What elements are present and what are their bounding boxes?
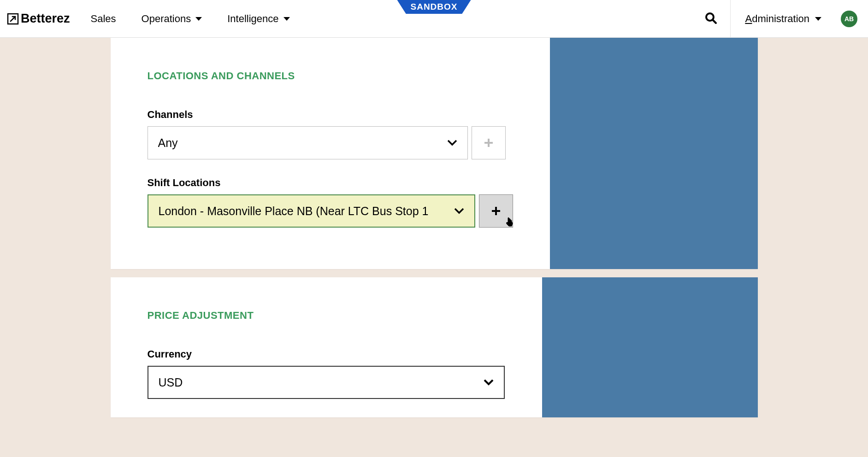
card-side-panel — [542, 277, 758, 417]
section-title-price: PRICE ADJUSTMENT — [148, 310, 505, 322]
brand-logo[interactable]: Betterez — [7, 12, 70, 26]
nav-sales-label: Sales — [91, 13, 116, 25]
locations-channels-card: LOCATIONS AND CHANNELS Channels Any — [111, 38, 758, 269]
nav-intelligence[interactable]: Intelligence — [227, 13, 289, 25]
avatar-initials: AB — [844, 15, 854, 23]
nav-administration[interactable]: Administration — [731, 13, 836, 25]
card-body: LOCATIONS AND CHANNELS Channels Any — [111, 38, 550, 269]
chevron-down-icon — [815, 17, 821, 21]
chevron-down-icon — [447, 140, 457, 146]
price-adjustment-card: PRICE ADJUSTMENT Currency USD — [111, 277, 758, 417]
chevron-down-icon — [283, 17, 290, 21]
channels-label: Channels — [148, 109, 513, 121]
shift-locations-value: London - Masonville Place NB (Near LTC B… — [159, 205, 454, 218]
brand-name: Betterez — [21, 12, 70, 26]
shift-locations-label: Shift Locations — [148, 177, 513, 189]
add-shift-location-button[interactable] — [479, 194, 513, 228]
sandbox-banner: SANDBOX — [397, 0, 471, 14]
card-side-panel — [550, 38, 758, 269]
avatar[interactable]: AB — [841, 11, 857, 27]
shift-locations-select[interactable]: London - Masonville Place NB (Near LTC B… — [148, 194, 475, 228]
logo-arrow-icon — [7, 13, 19, 25]
currency-select[interactable]: USD — [148, 366, 505, 399]
nav-sales[interactable]: Sales — [91, 13, 116, 25]
currency-value: USD — [159, 376, 484, 389]
section-title-locations: LOCATIONS AND CHANNELS — [148, 70, 513, 82]
chevron-down-icon — [484, 379, 494, 386]
admin-label: Administration — [745, 13, 809, 25]
currency-label: Currency — [148, 348, 505, 360]
page-content: LOCATIONS AND CHANNELS Channels Any — [0, 38, 868, 417]
cursor-pointer-icon — [505, 217, 514, 229]
chevron-down-icon — [195, 17, 202, 21]
channels-field: Channels Any — [148, 109, 513, 159]
currency-field: Currency USD — [148, 348, 505, 399]
main-nav: Sales Operations Intelligence — [91, 13, 290, 25]
sandbox-label: SANDBOX — [410, 2, 457, 12]
search-icon[interactable] — [691, 12, 730, 26]
header-right: Administration AB — [691, 0, 861, 38]
card-body: PRICE ADJUSTMENT Currency USD — [111, 277, 542, 417]
nav-intelligence-label: Intelligence — [227, 13, 278, 25]
channels-select[interactable]: Any — [148, 126, 468, 159]
add-channel-button[interactable] — [472, 126, 506, 159]
top-header: Betterez Sales Operations Intelligence S… — [0, 0, 868, 38]
channels-value: Any — [158, 136, 447, 150]
nav-operations[interactable]: Operations — [142, 13, 202, 25]
nav-operations-label: Operations — [142, 13, 191, 25]
shift-locations-field: Shift Locations London - Masonville Plac… — [148, 177, 513, 228]
chevron-down-icon — [454, 208, 464, 214]
